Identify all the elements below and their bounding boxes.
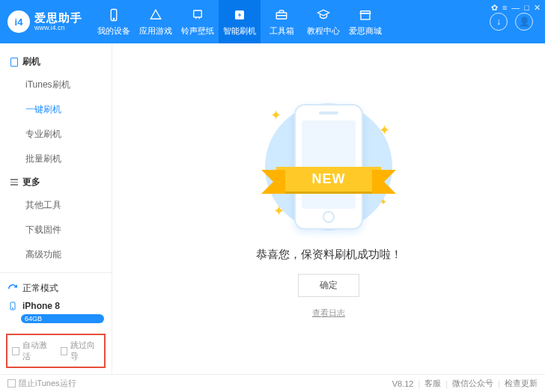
sparkle-icon: ✦ xyxy=(273,203,284,219)
check-update-link[interactable]: 检查更新 xyxy=(505,378,538,389)
device-storage-badge: 64GB xyxy=(21,314,104,323)
svg-rect-2 xyxy=(194,10,202,17)
customer-service-link[interactable]: 客服 xyxy=(424,378,441,389)
brand-logo-icon: i4 xyxy=(7,10,30,33)
menu-button[interactable]: ≡ xyxy=(502,3,507,13)
device-mode[interactable]: 正常模式 xyxy=(7,279,104,298)
success-illustration: ✦ ✦ ✦ ✦ NEW xyxy=(254,99,404,234)
new-ribbon: NEW xyxy=(276,167,381,192)
download-button[interactable]: ↓ xyxy=(490,13,508,31)
auto-activate-checkbox[interactable]: 自动激活 xyxy=(12,340,52,362)
checkbox-label: 自动激活 xyxy=(22,340,52,362)
nav-item-store[interactable]: 爱思商城 xyxy=(344,0,386,43)
wechat-link[interactable]: 微信公众号 xyxy=(452,378,493,389)
phone-icon xyxy=(106,7,121,22)
sidebar-item[interactable]: 批量刷机 xyxy=(0,147,112,171)
nav-label: 铃声壁纸 xyxy=(181,25,214,37)
tutorial-icon xyxy=(316,7,331,22)
bottom-options-highlight: 自动激活 跳过向导 xyxy=(6,334,106,368)
sidebar-group-flash: 刷机 xyxy=(0,51,112,73)
brand: i4 爱思助手 www.i4.cn xyxy=(7,10,82,33)
flash-icon xyxy=(232,7,247,22)
main-content: ✦ ✦ ✦ ✦ NEW 恭喜您，保资料刷机成功啦！ 确定 查看日志 xyxy=(112,43,545,374)
sidebar-bottom: 正常模式 iPhone 8 64GB xyxy=(0,272,112,329)
sidebar-item[interactable]: 其他工具 xyxy=(0,193,112,218)
sidebar-item[interactable]: 高级功能 xyxy=(0,242,112,267)
nav-label: 我的设备 xyxy=(97,25,130,37)
sidebar-group-more: 更多 xyxy=(0,171,112,193)
maximize-button[interactable]: □ xyxy=(524,3,529,13)
brand-title: 爱思助手 xyxy=(34,12,82,23)
svg-rect-5 xyxy=(361,13,370,19)
nav-item-flash[interactable]: 智能刷机 xyxy=(219,0,261,43)
ok-button[interactable]: 确定 xyxy=(298,274,359,297)
sidebar-item[interactable]: 专业刷机 xyxy=(0,122,112,147)
user-button[interactable]: 👤 xyxy=(515,13,533,31)
top-right-actions: ↓ 👤 xyxy=(490,13,539,31)
nav-item-ringtone[interactable]: 铃声壁纸 xyxy=(177,0,219,43)
toolbox-icon xyxy=(274,7,289,22)
sidebar-item[interactable]: 下载固件 xyxy=(0,218,112,242)
nav-label: 爱思商城 xyxy=(349,25,382,37)
block-itunes-checkbox[interactable]: 阻止iTunes运行 xyxy=(7,378,76,389)
sidebar-item[interactable]: 一键刷机 xyxy=(0,97,112,122)
store-icon xyxy=(358,7,373,22)
checkbox-icon xyxy=(7,379,16,388)
refresh-icon xyxy=(7,284,18,294)
window-controls: ✿ ≡ — □ ✕ xyxy=(491,3,541,13)
sidebar-group-label: 刷机 xyxy=(22,55,40,68)
version-label: V8.12 xyxy=(392,379,414,388)
nav-item-tutorial[interactable]: 教程中心 xyxy=(302,0,344,43)
minimize-button[interactable]: — xyxy=(511,3,520,13)
checkbox-icon xyxy=(61,347,68,355)
brand-subtitle: www.i4.cn xyxy=(34,25,82,31)
nav-item-phone[interactable]: 我的设备 xyxy=(93,0,135,43)
ringtone-icon xyxy=(190,7,205,22)
nav-item-toolbox[interactable]: 工具箱 xyxy=(261,0,302,43)
status-bar: 阻止iTunes运行 V8.12 | 客服 | 微信公众号 | 检查更新 xyxy=(0,374,545,392)
checkbox-label: 跳过向导 xyxy=(70,340,100,362)
view-log-link[interactable]: 查看日志 xyxy=(312,307,345,319)
top-bar: ✿ ≡ — □ ✕ i4 爱思助手 www.i4.cn 我的设备应用游戏铃声壁纸… xyxy=(0,0,545,43)
close-button[interactable]: ✕ xyxy=(534,3,541,13)
success-message: 恭喜您，保资料刷机成功啦！ xyxy=(256,248,402,262)
phone-icon xyxy=(7,301,18,311)
sidebar: 刷机 iTunes刷机一键刷机专业刷机批量刷机 更多 其他工具下载固件高级功能 … xyxy=(0,43,112,374)
nav-label: 智能刷机 xyxy=(223,25,256,37)
sparkle-icon: ✦ xyxy=(380,197,387,207)
sidebar-item[interactable]: iTunes刷机 xyxy=(0,73,112,97)
checkbox-icon xyxy=(12,347,19,355)
svg-point-1 xyxy=(113,18,115,19)
sparkle-icon: ✦ xyxy=(379,122,390,138)
sparkle-icon: ✦ xyxy=(270,107,281,123)
device-mode-label: 正常模式 xyxy=(22,282,58,295)
skin-button[interactable]: ✿ xyxy=(491,3,498,13)
device-info[interactable]: iPhone 8 xyxy=(7,298,104,314)
nav-label: 应用游戏 xyxy=(139,25,172,37)
apps-icon xyxy=(148,7,163,22)
svg-point-7 xyxy=(13,308,13,309)
flash-icon xyxy=(10,58,18,67)
checkbox-label: 阻止iTunes运行 xyxy=(19,378,76,389)
more-icon xyxy=(10,179,18,186)
nav-label: 工具箱 xyxy=(270,25,294,37)
nav-item-apps[interactable]: 应用游戏 xyxy=(135,0,177,43)
sidebar-group-label: 更多 xyxy=(22,176,40,189)
device-name: iPhone 8 xyxy=(22,301,60,311)
top-nav: 我的设备应用游戏铃声壁纸智能刷机工具箱教程中心爱思商城 xyxy=(93,0,386,43)
skip-guide-checkbox[interactable]: 跳过向导 xyxy=(61,340,100,362)
nav-label: 教程中心 xyxy=(307,25,340,37)
